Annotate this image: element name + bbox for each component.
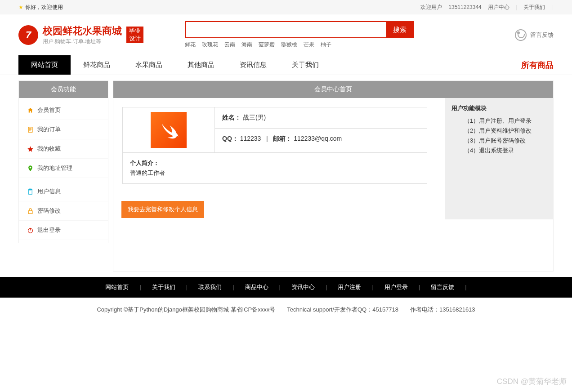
separator: | — [181, 284, 193, 290]
nav-item[interactable]: 其他商品 — [175, 55, 227, 75]
separator: | — [413, 284, 425, 290]
sidebar-item-label: 用户信息 — [37, 187, 61, 196]
contact-row: QQ： 112233 | 邮箱： 112233@qq.com — [215, 129, 427, 149]
footer-link[interactable]: 联系我们 — [193, 284, 227, 290]
sidebar-item[interactable]: 我的地址管理 — [19, 159, 108, 178]
headset-icon — [515, 29, 527, 41]
content-title: 会员中心首页 — [113, 81, 553, 98]
separator: | — [320, 284, 332, 290]
sidebar-item-label: 密码修改 — [37, 207, 61, 215]
sidebar-item-label: 我的订单 — [37, 125, 61, 134]
separator: | — [227, 284, 239, 290]
clip-icon — [27, 188, 34, 195]
feedback-label: 留言反馈 — [530, 31, 554, 39]
hotword[interactable]: 菠萝蜜 — [259, 41, 275, 49]
sidebar: 会员功能 会员首页我的订单我的收藏我的地址管理用户信息密码修改退出登录 — [18, 80, 108, 243]
footer-link[interactable]: 用户注册 — [332, 284, 366, 290]
separator: | — [515, 0, 518, 14]
hotword[interactable]: 柚子 — [321, 41, 331, 49]
nav-item[interactable]: 网站首页 — [18, 55, 71, 75]
footer-nav: 网站首页|关于我们|联系我们|商品中心|资讯中心|用户注册|用户登录|留言反馈| — [0, 277, 572, 298]
all-products-link[interactable]: 所有商品 — [521, 60, 554, 71]
content: 会员中心首页 — [113, 80, 554, 272]
home-icon — [27, 107, 34, 114]
power-icon — [27, 227, 34, 234]
pin-icon — [27, 165, 34, 172]
right-panel-item: （3）用户账号密码修改 — [458, 136, 547, 146]
hello-text: 你好，欢迎使用 — [25, 0, 63, 14]
user-phone[interactable]: 13511223344 — [447, 0, 482, 14]
right-panel: 用户功能模块 （1）用户注册、用户登录（2）用户资料维护和修改（3）用户账号密码… — [445, 98, 553, 219]
logo-icon: 7 — [18, 25, 38, 45]
right-panel-title: 用户功能模块 — [451, 104, 547, 112]
order-icon — [27, 126, 34, 133]
welcome-user: 欢迎用户 — [420, 0, 443, 14]
sidebar-title: 会员功能 — [19, 81, 108, 98]
hotword[interactable]: 云南 — [224, 41, 235, 49]
about-us-link[interactable]: 关于我们 — [523, 0, 546, 14]
sidebar-item-label: 退出登录 — [37, 226, 61, 234]
edit-profile-button[interactable]: 我要去完善和修改个人信息 — [121, 201, 204, 218]
logo-title: 校园鲜花水果商城 — [43, 24, 122, 38]
sidebar-item[interactable]: 退出登录 — [19, 221, 108, 240]
hotword[interactable]: 猕猴桃 — [281, 41, 297, 49]
search-button[interactable]: 搜索 — [386, 22, 413, 37]
svg-rect-6 — [28, 210, 32, 213]
separator: | — [134, 284, 146, 290]
sidebar-item[interactable]: 密码修改 — [19, 201, 108, 221]
right-panel-item: （2）用户资料维护和修改 — [458, 126, 547, 136]
separator: | — [460, 284, 472, 290]
feedback-link[interactable]: 留言反馈 — [515, 29, 554, 41]
sidebar-item-label: 我的收藏 — [37, 145, 61, 153]
logo[interactable]: 7 校园鲜花水果商城 用户.购物车.订单.地址等 毕业设计 — [18, 24, 185, 45]
user-center-link[interactable]: 用户中心 — [487, 0, 510, 14]
sidebar-item-label: 我的地址管理 — [37, 164, 72, 172]
separator: | — [550, 0, 554, 14]
swift-icon — [157, 119, 180, 141]
sidebar-item-label: 会员首页 — [37, 106, 61, 114]
avatar-image — [151, 112, 187, 148]
right-panel-item: （1）用户注册、用户登录 — [458, 116, 547, 126]
star-icon — [27, 146, 34, 152]
name-row: 姓名： 战三(男) — [215, 107, 427, 129]
copyright: Copyright ©基于Python的Django框架校园购物商城 某省ICP… — [0, 298, 572, 322]
hotword[interactable]: 芒果 — [304, 41, 314, 49]
sidebar-item[interactable]: 我的收藏 — [19, 139, 108, 159]
sidebar-item[interactable]: 我的订单 — [19, 120, 108, 139]
footer-link[interactable]: 网站首页 — [100, 284, 134, 290]
nav-item[interactable]: 资讯信息 — [227, 55, 279, 75]
star-icon: ★ — [18, 0, 23, 14]
sidebar-item[interactable]: 用户信息 — [19, 182, 108, 201]
profile-box: 姓名： 战三(男) QQ： 112233 | 邮箱： 112233@qq.com — [122, 107, 427, 184]
separator: | — [274, 284, 286, 290]
nav-item[interactable]: 鲜花商品 — [71, 55, 123, 75]
separator: | — [366, 284, 379, 290]
hotword[interactable]: 玫瑰花 — [202, 41, 218, 49]
footer-link[interactable]: 商品中心 — [240, 284, 274, 290]
nav-item[interactable]: 关于我们 — [279, 55, 331, 75]
search-input[interactable] — [186, 22, 386, 37]
footer-link[interactable]: 关于我们 — [147, 284, 181, 290]
logo-subtitle: 用户.购物车.订单.地址等 — [43, 38, 122, 45]
footer-link[interactable]: 资讯中心 — [286, 284, 320, 290]
intro-row: 个人简介： 普通的工作者 — [123, 152, 427, 183]
footer-link[interactable]: 留言反馈 — [425, 284, 460, 290]
footer-link[interactable]: 用户登录 — [379, 284, 413, 290]
lock-icon — [27, 208, 34, 214]
avatar — [123, 107, 215, 152]
nav-item[interactable]: 水果商品 — [123, 55, 175, 75]
search-box: 搜索 — [185, 21, 414, 38]
sidebar-item[interactable]: 会员首页 — [19, 101, 108, 120]
right-panel-item: （4）退出系统登录 — [458, 146, 547, 156]
logo-badge: 毕业设计 — [126, 27, 143, 44]
hotword[interactable]: 鲜花 — [185, 41, 196, 49]
hotword[interactable]: 海南 — [241, 41, 252, 49]
